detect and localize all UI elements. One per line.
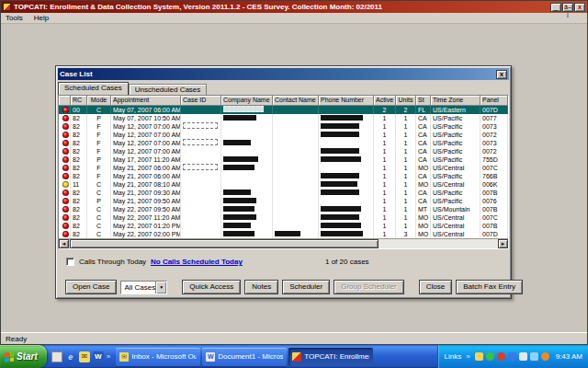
column-header[interactable]: Phone Number bbox=[319, 96, 374, 106]
redacted-text bbox=[321, 173, 359, 178]
chevron-down-icon[interactable]: ▼ bbox=[155, 282, 166, 293]
status-dot bbox=[62, 115, 69, 121]
tray-icon-4[interactable] bbox=[508, 352, 516, 361]
status-dot bbox=[62, 107, 69, 113]
tab-unscheduled-cases[interactable]: Unscheduled Cases bbox=[129, 84, 208, 95]
case-table: RCModeAppointmentCase IDCompany NameCont… bbox=[58, 95, 509, 249]
scroll-right-icon[interactable]: ► bbox=[498, 239, 508, 248]
column-header[interactable]: Case ID bbox=[181, 96, 221, 106]
internet-explorer-icon[interactable]: e bbox=[65, 351, 76, 362]
status-dot bbox=[62, 123, 69, 130]
outlook-quicklaunch-icon[interactable]: ✉ bbox=[79, 351, 90, 362]
status-dot bbox=[62, 231, 69, 237]
column-header[interactable]: Mode bbox=[87, 96, 111, 106]
tray-icon-2[interactable] bbox=[486, 352, 494, 361]
taskbar-task-word[interactable]: W Document1 - Microsoft W... bbox=[202, 348, 287, 366]
close-button[interactable]: Close bbox=[419, 280, 452, 294]
redacted-text bbox=[321, 123, 359, 129]
table-row[interactable]: 82CMay 22, 2007 11:20 AM11MOUS/Central00… bbox=[59, 213, 508, 222]
quicklaunch-chevron-icon[interactable]: » bbox=[107, 351, 110, 362]
redacted-text bbox=[223, 190, 251, 195]
column-header[interactable]: Time Zone bbox=[431, 96, 481, 106]
column-header[interactable]: Company Name bbox=[221, 96, 273, 106]
redacted-text bbox=[321, 231, 363, 236]
dialog-close-icon[interactable]: x bbox=[496, 70, 507, 79]
word-icon: W bbox=[206, 352, 215, 362]
column-header[interactable]: Contact Name bbox=[273, 96, 319, 106]
table-row[interactable]: 11CMay 21, 2007 08:10 AM11MOUS/Central00… bbox=[59, 180, 508, 189]
tray-icon-6[interactable] bbox=[530, 352, 538, 361]
tray-icon-7[interactable] bbox=[541, 352, 549, 361]
table-row[interactable]: 82PMay 17, 2007 11:20 AM11CAUS/Pacific75… bbox=[59, 155, 508, 164]
table-row[interactable]: 82FMay 12, 2007 07:00 AM11CAUS/Pacific00… bbox=[59, 122, 508, 131]
table-row[interactable]: 82PMay 07, 2007 10:50 AM11CAUS/Pacific00… bbox=[59, 114, 508, 122]
minimize-icon[interactable]: _ bbox=[550, 3, 561, 12]
column-header[interactable] bbox=[59, 96, 71, 106]
scheduler-button[interactable]: Scheduler bbox=[282, 280, 330, 294]
links-chevron-icon[interactable]: » bbox=[466, 352, 469, 361]
show-desktop-icon[interactable] bbox=[51, 351, 62, 362]
close-icon[interactable]: x bbox=[574, 3, 585, 12]
case-list-dialog: Case List x Scheduled Cases Unscheduled … bbox=[55, 65, 512, 299]
scroll-left-icon[interactable]: ◄ bbox=[59, 239, 69, 248]
horizontal-scrollbar[interactable]: ◄ ► bbox=[59, 238, 508, 248]
case-table-body: 00CMay 07, 2007 06:00 AM22FLUS/Eastern00… bbox=[59, 106, 508, 238]
window-controls: _ â–¡ x bbox=[550, 3, 585, 12]
links-toolbar-label[interactable]: Links bbox=[445, 352, 462, 361]
start-label: Start bbox=[17, 351, 38, 362]
redacted-text bbox=[321, 181, 357, 187]
table-row[interactable]: 82CMay 22, 2007 09:50 AM11MTUS/Mountain0… bbox=[59, 205, 508, 213]
filter-row: Calls Through Today No Calls Scheduled T… bbox=[56, 257, 511, 268]
column-header[interactable]: St bbox=[416, 96, 431, 106]
batch-fax-entry-button[interactable]: Batch Fax Entry bbox=[456, 280, 523, 294]
column-header[interactable]: Active bbox=[374, 96, 396, 106]
notes-button[interactable]: Notes bbox=[244, 280, 278, 294]
maximize-icon[interactable]: â–¡ bbox=[562, 3, 573, 12]
status-dot bbox=[62, 140, 69, 146]
taskbar-task-topcati[interactable]: TOPCATI: Enrollment... bbox=[288, 348, 373, 366]
status-dot bbox=[62, 223, 69, 229]
redacted-text bbox=[275, 231, 300, 236]
start-button[interactable]: Start bbox=[0, 345, 47, 368]
taskbar-task-outlook[interactable]: ✉ Inbox - Microsoft Outlook bbox=[116, 348, 200, 366]
scrollbar-thumb[interactable] bbox=[70, 239, 379, 248]
redacted-text bbox=[321, 148, 359, 154]
redacted-text bbox=[223, 106, 264, 112]
status-dot bbox=[62, 173, 69, 179]
table-row[interactable]: 82FMay 12, 2007 07:00 AM11CAUS/Pacific00… bbox=[59, 147, 508, 155]
tab-scheduled-cases[interactable]: Scheduled Cases bbox=[58, 82, 129, 95]
redacted-text bbox=[183, 139, 218, 145]
table-row[interactable]: 82FMay 21, 2007 06:00 AM11CAUS/Pacific76… bbox=[59, 172, 508, 180]
tab-strip: Scheduled Cases Unscheduled Cases bbox=[58, 82, 509, 95]
table-row[interactable]: 82FMay 12, 2007 07:00 AM11CAUS/Pacific00… bbox=[59, 139, 508, 147]
status-dot bbox=[62, 181, 69, 188]
menu-tools[interactable]: Tools bbox=[6, 14, 23, 22]
dialog-titlebar[interactable]: Case List x bbox=[58, 68, 509, 80]
quick-access-button[interactable]: Quick Access bbox=[182, 280, 241, 294]
table-row[interactable]: 82CMay 22, 2007 01:20 PM11MOUS/Central00… bbox=[59, 222, 508, 230]
column-header[interactable]: Appointment bbox=[111, 96, 181, 106]
no-calls-scheduled-link[interactable]: No Calls Scheduled Today bbox=[151, 258, 243, 266]
column-header[interactable]: Units bbox=[396, 96, 416, 106]
table-row[interactable]: 00CMay 07, 2007 06:00 AM22FLUS/Eastern00… bbox=[59, 106, 508, 114]
calls-through-today-checkbox[interactable] bbox=[66, 258, 74, 266]
tray-icon-1[interactable] bbox=[475, 352, 483, 361]
table-row[interactable]: 82FMay 21, 2007 06:00 AM11MOUS/Central00… bbox=[59, 164, 508, 172]
tray-icon-5[interactable] bbox=[519, 352, 527, 361]
word-quicklaunch-icon[interactable]: W bbox=[93, 351, 104, 362]
table-row[interactable]: 82FMay 12, 2007 07:00 AM11CAUS/Pacific00… bbox=[59, 131, 508, 139]
column-header[interactable]: Panel bbox=[481, 96, 508, 106]
table-row[interactable]: 82CMay 22, 2007 02:00 PM13MOUS/Central00… bbox=[59, 230, 508, 238]
redacted-text bbox=[223, 115, 256, 121]
tray-icon-3[interactable] bbox=[497, 352, 505, 361]
redacted-text bbox=[223, 198, 256, 203]
status-dot bbox=[62, 214, 69, 221]
case-filter-dropdown[interactable]: All Cases ▼ bbox=[120, 281, 167, 294]
table-row[interactable]: 82CMay 21, 2007 09:30 AM11CAUS/Pacific00… bbox=[59, 189, 508, 197]
open-case-button[interactable]: Open Case bbox=[65, 280, 117, 294]
menubar: Tools Help bbox=[1, 13, 587, 24]
menu-help[interactable]: Help bbox=[34, 14, 49, 22]
column-header[interactable]: RC bbox=[71, 96, 87, 106]
scrollbar-track[interactable] bbox=[379, 239, 498, 248]
table-row[interactable]: 82PMay 21, 2007 09:50 AM11CAUS/Pacific00… bbox=[59, 197, 508, 205]
